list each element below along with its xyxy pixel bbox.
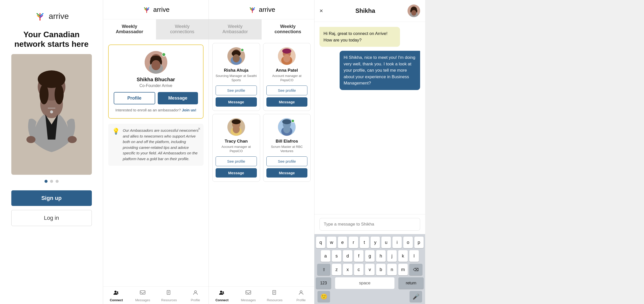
nav-resources-label-3: Resources: [267, 298, 283, 302]
connection-card-2: Tracy Chan Account manager at PepsiCO Se…: [212, 114, 260, 182]
nav-messages-label-2: Messages: [135, 298, 150, 302]
svg-point-8: [38, 70, 65, 88]
svg-point-59: [283, 125, 290, 133]
key-f[interactable]: f: [354, 250, 364, 262]
risha-see-profile-button[interactable]: See profile: [216, 85, 257, 95]
tab-weekly-connections-3[interactable]: Weekly connections: [262, 19, 314, 39]
dot-3[interactable]: [56, 180, 59, 183]
key-m[interactable]: m: [398, 264, 408, 275]
connect-icon: [113, 290, 119, 297]
key-b[interactable]: b: [376, 264, 386, 275]
signup-button[interactable]: Sign up: [11, 190, 92, 206]
key-h[interactable]: h: [376, 250, 386, 262]
profile-icon-3: [298, 290, 304, 297]
risha-avatar-container: [227, 47, 245, 65]
key-d[interactable]: d: [343, 250, 352, 262]
nav-connect-label-3: Connect: [215, 298, 228, 302]
chat-input[interactable]: [319, 218, 420, 231]
ambassador-card: Shikha Bhuchar Co-Founder Arrive Profile…: [108, 45, 204, 119]
tracy-see-profile-button[interactable]: See profile: [216, 156, 257, 166]
messages-icon-3: [245, 290, 251, 297]
bill-see-profile-button[interactable]: See profile: [266, 156, 308, 166]
key-z[interactable]: z: [332, 264, 341, 275]
tab-weekly-ambassador-2[interactable]: Weekly Ambassador: [103, 19, 156, 39]
key-space[interactable]: space: [335, 277, 394, 289]
nav-connect-3[interactable]: Connect: [209, 290, 235, 302]
arrive-logo-icon: [34, 10, 46, 22]
ambassador-message-button[interactable]: Message: [158, 92, 198, 104]
key-w[interactable]: w: [327, 237, 336, 248]
bill-online-dot: [291, 119, 295, 123]
connections-grid: Risha Ahuja Sourcing Manager at Swathi S…: [209, 39, 314, 185]
key-p[interactable]: p: [414, 237, 424, 248]
nav-profile-2[interactable]: Profile: [182, 290, 209, 302]
svg-point-28: [117, 291, 118, 293]
chat-close-button[interactable]: ×: [319, 7, 323, 14]
key-backspace[interactable]: ⌫: [409, 264, 422, 275]
svg-point-52: [232, 119, 241, 124]
key-a[interactable]: a: [321, 250, 330, 262]
nav-connect-2[interactable]: Connect: [103, 290, 130, 302]
key-k[interactable]: k: [398, 250, 408, 262]
logo-text: arrive: [49, 12, 69, 21]
nav-profile-3[interactable]: Profile: [288, 290, 314, 302]
svg-point-10: [55, 84, 64, 104]
key-l[interactable]: l: [409, 250, 419, 262]
nav-messages-3[interactable]: Messages: [235, 290, 262, 302]
svg-point-57: [282, 119, 291, 124]
key-x[interactable]: x: [343, 264, 352, 275]
key-o[interactable]: o: [403, 237, 413, 248]
key-r[interactable]: r: [349, 237, 358, 248]
risha-message-button[interactable]: Message: [216, 97, 257, 107]
key-n[interactable]: n: [387, 264, 397, 275]
svg-point-13: [50, 110, 53, 113]
key-e[interactable]: e: [338, 237, 347, 248]
bill-message-button[interactable]: Message: [266, 168, 308, 178]
anna-see-profile-button[interactable]: See profile: [266, 85, 308, 95]
key-i[interactable]: i: [392, 237, 402, 248]
anna-avatar-container: [278, 47, 296, 65]
svg-point-47: [282, 49, 291, 54]
ambassador-avatar-container: [145, 51, 167, 74]
chat-input-area: [314, 214, 425, 234]
messages-icon: [140, 290, 146, 297]
info-close-button[interactable]: ×: [198, 126, 200, 132]
key-mic[interactable]: 🎤: [410, 291, 422, 302]
login-button[interactable]: Log in: [11, 210, 92, 226]
key-c[interactable]: c: [354, 264, 364, 275]
dot-2[interactable]: [50, 180, 53, 183]
info-bulb-icon: 💡: [112, 128, 120, 162]
nav-profile-label-3: Profile: [296, 298, 306, 302]
tab-bar-3: Weekly Ambassador Weekly connections: [209, 19, 314, 39]
enroll-link[interactable]: Join us!: [182, 108, 196, 112]
anna-message-button[interactable]: Message: [266, 97, 308, 107]
tracy-message-button[interactable]: Message: [216, 168, 257, 178]
tab-weekly-connections-2[interactable]: Weekly connections: [156, 19, 209, 39]
key-num[interactable]: 123: [316, 277, 331, 289]
key-return[interactable]: return: [398, 277, 424, 289]
key-g[interactable]: g: [365, 250, 375, 262]
key-emoji[interactable]: 🙂: [317, 291, 330, 302]
chat-messages: Hi Raj, great to connect on Arrive! How …: [314, 22, 425, 214]
nav-resources-2[interactable]: Resources: [156, 290, 182, 302]
nav-resources-3[interactable]: Resources: [262, 290, 288, 302]
ambassador-profile-button[interactable]: Profile: [114, 92, 155, 104]
tab-weekly-ambassador-3[interactable]: Weekly Ambassador: [209, 19, 262, 39]
header-logo-text: arrive: [153, 6, 170, 14]
nav-messages-2[interactable]: Messages: [130, 290, 156, 302]
nav-connect-label-2: Connect: [110, 298, 123, 302]
key-j[interactable]: j: [387, 250, 397, 262]
key-t[interactable]: t: [360, 237, 369, 248]
tracy-name: Tracy Chan: [216, 139, 257, 144]
header-logo-icon-3: [248, 5, 257, 14]
key-y[interactable]: y: [371, 237, 380, 248]
key-v[interactable]: v: [365, 264, 375, 275]
key-q[interactable]: q: [316, 237, 325, 248]
info-text: Our Ambassadors are successful newcomers…: [123, 128, 199, 162]
nav-resources-label-2: Resources: [161, 298, 177, 302]
key-shift[interactable]: ⇧: [317, 264, 330, 275]
dot-1[interactable]: [45, 180, 48, 183]
key-s[interactable]: s: [332, 250, 341, 262]
key-u[interactable]: u: [381, 237, 391, 248]
svg-point-74: [411, 10, 416, 16]
